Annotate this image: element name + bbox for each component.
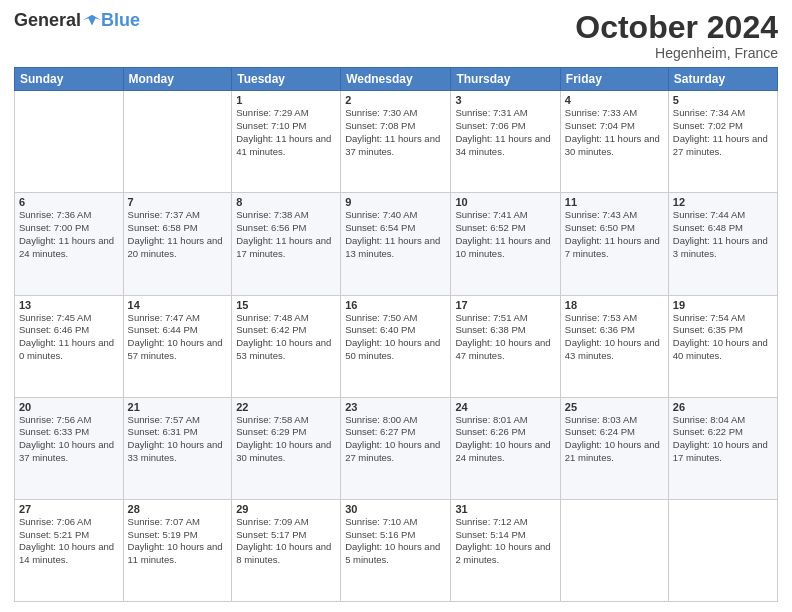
calendar-cell (15, 91, 124, 193)
day-detail: Sunrise: 7:45 AM Sunset: 6:46 PM Dayligh… (19, 312, 119, 363)
calendar-cell: 11 Sunrise: 7:43 AM Sunset: 6:50 PM Dayl… (560, 193, 668, 295)
day-detail: Sunrise: 7:57 AM Sunset: 6:31 PM Dayligh… (128, 414, 228, 465)
calendar-cell: 8 Sunrise: 7:38 AM Sunset: 6:56 PM Dayli… (232, 193, 341, 295)
calendar-week-3: 13 Sunrise: 7:45 AM Sunset: 6:46 PM Dayl… (15, 295, 778, 397)
calendar-cell (123, 91, 232, 193)
day-detail: Sunrise: 7:47 AM Sunset: 6:44 PM Dayligh… (128, 312, 228, 363)
calendar-cell: 25 Sunrise: 8:03 AM Sunset: 6:24 PM Dayl… (560, 397, 668, 499)
day-detail: Sunrise: 7:41 AM Sunset: 6:52 PM Dayligh… (455, 209, 555, 260)
day-detail: Sunrise: 7:51 AM Sunset: 6:38 PM Dayligh… (455, 312, 555, 363)
logo: General Blue (14, 10, 140, 31)
calendar-cell: 27 Sunrise: 7:06 AM Sunset: 5:21 PM Dayl… (15, 499, 124, 601)
day-detail: Sunrise: 7:29 AM Sunset: 7:10 PM Dayligh… (236, 107, 336, 158)
day-detail: Sunrise: 8:01 AM Sunset: 6:26 PM Dayligh… (455, 414, 555, 465)
col-saturday: Saturday (668, 68, 777, 91)
header: General Blue October 2024 Hegenheim, Fra… (14, 10, 778, 61)
calendar-cell: 16 Sunrise: 7:50 AM Sunset: 6:40 PM Dayl… (341, 295, 451, 397)
col-sunday: Sunday (15, 68, 124, 91)
calendar-cell: 26 Sunrise: 8:04 AM Sunset: 6:22 PM Dayl… (668, 397, 777, 499)
day-detail: Sunrise: 7:54 AM Sunset: 6:35 PM Dayligh… (673, 312, 773, 363)
calendar-week-1: 1 Sunrise: 7:29 AM Sunset: 7:10 PM Dayli… (15, 91, 778, 193)
day-detail: Sunrise: 7:44 AM Sunset: 6:48 PM Dayligh… (673, 209, 773, 260)
title-block: October 2024 Hegenheim, France (575, 10, 778, 61)
day-number: 16 (345, 299, 446, 311)
day-number: 30 (345, 503, 446, 515)
day-number: 20 (19, 401, 119, 413)
day-detail: Sunrise: 7:53 AM Sunset: 6:36 PM Dayligh… (565, 312, 664, 363)
day-detail: Sunrise: 7:50 AM Sunset: 6:40 PM Dayligh… (345, 312, 446, 363)
day-number: 29 (236, 503, 336, 515)
calendar-cell: 3 Sunrise: 7:31 AM Sunset: 7:06 PM Dayli… (451, 91, 560, 193)
day-detail: Sunrise: 8:04 AM Sunset: 6:22 PM Dayligh… (673, 414, 773, 465)
day-number: 6 (19, 196, 119, 208)
day-number: 3 (455, 94, 555, 106)
calendar-cell: 7 Sunrise: 7:37 AM Sunset: 6:58 PM Dayli… (123, 193, 232, 295)
calendar-table: Sunday Monday Tuesday Wednesday Thursday… (14, 67, 778, 602)
day-number: 4 (565, 94, 664, 106)
day-number: 1 (236, 94, 336, 106)
day-number: 26 (673, 401, 773, 413)
calendar-cell: 28 Sunrise: 7:07 AM Sunset: 5:19 PM Dayl… (123, 499, 232, 601)
logo-general-text: General (14, 10, 81, 31)
calendar-cell: 29 Sunrise: 7:09 AM Sunset: 5:17 PM Dayl… (232, 499, 341, 601)
day-number: 11 (565, 196, 664, 208)
month-title: October 2024 (575, 10, 778, 45)
day-number: 28 (128, 503, 228, 515)
day-detail: Sunrise: 7:31 AM Sunset: 7:06 PM Dayligh… (455, 107, 555, 158)
day-number: 9 (345, 196, 446, 208)
day-detail: Sunrise: 7:36 AM Sunset: 7:00 PM Dayligh… (19, 209, 119, 260)
col-tuesday: Tuesday (232, 68, 341, 91)
day-number: 24 (455, 401, 555, 413)
day-detail: Sunrise: 7:43 AM Sunset: 6:50 PM Dayligh… (565, 209, 664, 260)
day-number: 27 (19, 503, 119, 515)
logo-blue-text: Blue (101, 10, 140, 31)
calendar-cell: 6 Sunrise: 7:36 AM Sunset: 7:00 PM Dayli… (15, 193, 124, 295)
col-thursday: Thursday (451, 68, 560, 91)
day-detail: Sunrise: 7:07 AM Sunset: 5:19 PM Dayligh… (128, 516, 228, 567)
calendar-cell: 10 Sunrise: 7:41 AM Sunset: 6:52 PM Dayl… (451, 193, 560, 295)
calendar-week-2: 6 Sunrise: 7:36 AM Sunset: 7:00 PM Dayli… (15, 193, 778, 295)
calendar-cell: 22 Sunrise: 7:58 AM Sunset: 6:29 PM Dayl… (232, 397, 341, 499)
calendar-cell: 15 Sunrise: 7:48 AM Sunset: 6:42 PM Dayl… (232, 295, 341, 397)
day-number: 2 (345, 94, 446, 106)
day-number: 13 (19, 299, 119, 311)
day-detail: Sunrise: 7:33 AM Sunset: 7:04 PM Dayligh… (565, 107, 664, 158)
day-number: 22 (236, 401, 336, 413)
calendar-cell: 23 Sunrise: 8:00 AM Sunset: 6:27 PM Dayl… (341, 397, 451, 499)
day-number: 23 (345, 401, 446, 413)
location: Hegenheim, France (575, 45, 778, 61)
day-detail: Sunrise: 7:56 AM Sunset: 6:33 PM Dayligh… (19, 414, 119, 465)
day-number: 12 (673, 196, 773, 208)
calendar-cell: 21 Sunrise: 7:57 AM Sunset: 6:31 PM Dayl… (123, 397, 232, 499)
day-detail: Sunrise: 7:58 AM Sunset: 6:29 PM Dayligh… (236, 414, 336, 465)
day-number: 8 (236, 196, 336, 208)
day-detail: Sunrise: 8:00 AM Sunset: 6:27 PM Dayligh… (345, 414, 446, 465)
col-monday: Monday (123, 68, 232, 91)
day-detail: Sunrise: 7:40 AM Sunset: 6:54 PM Dayligh… (345, 209, 446, 260)
day-detail: Sunrise: 8:03 AM Sunset: 6:24 PM Dayligh… (565, 414, 664, 465)
calendar-cell: 17 Sunrise: 7:51 AM Sunset: 6:38 PM Dayl… (451, 295, 560, 397)
calendar-cell: 18 Sunrise: 7:53 AM Sunset: 6:36 PM Dayl… (560, 295, 668, 397)
day-number: 14 (128, 299, 228, 311)
day-detail: Sunrise: 7:09 AM Sunset: 5:17 PM Dayligh… (236, 516, 336, 567)
day-number: 19 (673, 299, 773, 311)
logo-bird-icon (83, 12, 101, 30)
day-detail: Sunrise: 7:06 AM Sunset: 5:21 PM Dayligh… (19, 516, 119, 567)
calendar-week-5: 27 Sunrise: 7:06 AM Sunset: 5:21 PM Dayl… (15, 499, 778, 601)
calendar-cell: 2 Sunrise: 7:30 AM Sunset: 7:08 PM Dayli… (341, 91, 451, 193)
calendar-cell: 12 Sunrise: 7:44 AM Sunset: 6:48 PM Dayl… (668, 193, 777, 295)
calendar-cell: 1 Sunrise: 7:29 AM Sunset: 7:10 PM Dayli… (232, 91, 341, 193)
day-number: 25 (565, 401, 664, 413)
calendar-cell: 31 Sunrise: 7:12 AM Sunset: 5:14 PM Dayl… (451, 499, 560, 601)
calendar-cell: 14 Sunrise: 7:47 AM Sunset: 6:44 PM Dayl… (123, 295, 232, 397)
day-detail: Sunrise: 7:48 AM Sunset: 6:42 PM Dayligh… (236, 312, 336, 363)
page: General Blue October 2024 Hegenheim, Fra… (0, 0, 792, 612)
calendar-cell: 4 Sunrise: 7:33 AM Sunset: 7:04 PM Dayli… (560, 91, 668, 193)
day-detail: Sunrise: 7:12 AM Sunset: 5:14 PM Dayligh… (455, 516, 555, 567)
calendar-cell: 20 Sunrise: 7:56 AM Sunset: 6:33 PM Dayl… (15, 397, 124, 499)
day-number: 18 (565, 299, 664, 311)
calendar-cell: 13 Sunrise: 7:45 AM Sunset: 6:46 PM Dayl… (15, 295, 124, 397)
calendar-cell: 30 Sunrise: 7:10 AM Sunset: 5:16 PM Dayl… (341, 499, 451, 601)
day-detail: Sunrise: 7:37 AM Sunset: 6:58 PM Dayligh… (128, 209, 228, 260)
day-number: 10 (455, 196, 555, 208)
